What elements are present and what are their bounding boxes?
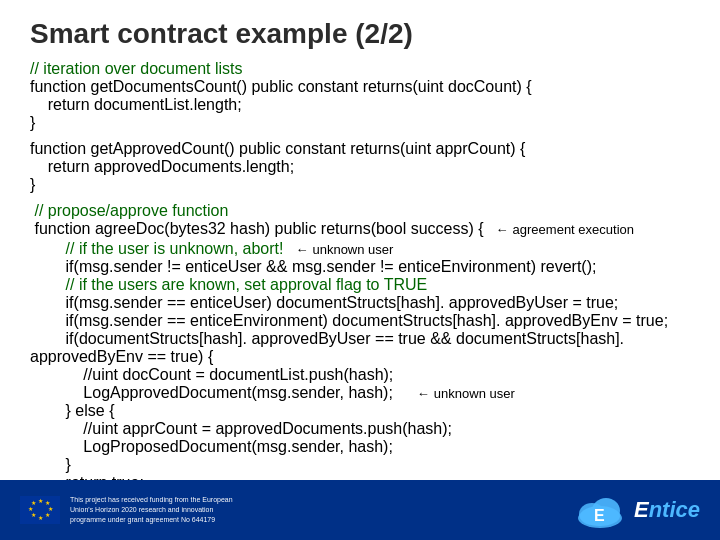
- code-block-4: // if the user is unknown, abort! ← unkn…: [30, 240, 690, 402]
- code-line: approvedByEnv == true) {: [30, 348, 213, 366]
- page-title: Smart contract example (2/2): [0, 0, 720, 60]
- code-line: function agreeDoc(bytes32 hash) public r…: [30, 220, 484, 238]
- code-container: // iteration over document lists functio…: [0, 60, 720, 528]
- code-block-3: // propose/approve function function agr…: [30, 202, 690, 238]
- code-line: // if the users are known, set approval …: [30, 276, 690, 294]
- arrow-icon: ←: [496, 222, 509, 237]
- code-block-1: // iteration over document lists functio…: [30, 60, 690, 132]
- svg-text:★: ★: [31, 500, 36, 506]
- svg-text:★: ★: [45, 512, 50, 518]
- footer: ★ ★ ★ ★ ★ ★ ★ ★ This project has receive…: [0, 480, 720, 540]
- arrow-icon: ←: [295, 242, 308, 257]
- code-line: if(msg.sender == enticeUser) documentStr…: [30, 294, 690, 312]
- code-line: //uint apprCount = approvedDocuments.pus…: [30, 420, 690, 438]
- annotation-unknown-user-1: ← unknown user: [295, 242, 393, 257]
- code-line: }: [30, 176, 690, 194]
- code-line-unknown-user: // if the user is unknown, abort! ← unkn…: [30, 240, 690, 258]
- svg-text:★: ★: [31, 512, 36, 518]
- entice-logo: E Entice: [572, 488, 700, 532]
- arrow-icon: ←: [417, 386, 430, 401]
- annotation-agreement: ← agreement execution: [496, 222, 634, 237]
- entice-logo-text: Entice: [634, 497, 700, 523]
- code-line: // if the user is unknown, abort!: [30, 240, 283, 258]
- code-line: function getApprovedCount() public const…: [30, 140, 690, 158]
- annotation-unknown-user-2: ← unknown user: [417, 386, 515, 401]
- annotation-text: unknown user: [434, 386, 515, 401]
- code-line-with-annotation: function agreeDoc(bytes32 hash) public r…: [30, 220, 690, 238]
- code-line: LogProposedDocument(msg.sender, hash);: [30, 438, 690, 456]
- svg-text:★: ★: [28, 506, 33, 512]
- svg-text:★: ★: [38, 515, 43, 521]
- code-line: }: [30, 456, 690, 474]
- svg-text:E: E: [594, 507, 605, 524]
- code-line-log-approved: LogApprovedDocument(msg.sender, hash); ←…: [30, 384, 690, 402]
- code-line: LogApprovedDocument(msg.sender, hash);: [30, 384, 393, 402]
- code-line: //uint docCount = documentList.push(hash…: [30, 366, 690, 384]
- code-block-2: function getApprovedCount() public const…: [30, 140, 690, 194]
- footer-left: ★ ★ ★ ★ ★ ★ ★ ★ This project has receive…: [20, 495, 250, 524]
- annotation-text: unknown user: [312, 242, 393, 257]
- code-line: if(msg.sender == enticeEnvironment) docu…: [30, 312, 690, 330]
- code-line: function getDocumentsCount() public cons…: [30, 78, 690, 96]
- code-line: if(msg.sender != enticeUser && msg.sende…: [30, 258, 690, 276]
- entice-cloud-icon: E: [572, 488, 628, 532]
- code-line: if(documentStructs[hash]. approvedByUser…: [30, 330, 690, 348]
- svg-text:★: ★: [38, 498, 43, 504]
- code-line-approved-env: approvedByEnv == true) {: [30, 348, 690, 366]
- code-line: } else {: [30, 402, 690, 420]
- annotation-text: agreement execution: [513, 222, 634, 237]
- footer-eu-text: This project has received funding from t…: [70, 495, 250, 524]
- code-line: }: [30, 114, 690, 132]
- code-line: return documentList.length;: [30, 96, 690, 114]
- code-line: // iteration over document lists: [30, 60, 690, 78]
- eu-flag-icon: ★ ★ ★ ★ ★ ★ ★ ★: [20, 496, 60, 524]
- code-line: return approvedDocuments.length;: [30, 158, 690, 176]
- code-line: // propose/approve function: [30, 202, 690, 220]
